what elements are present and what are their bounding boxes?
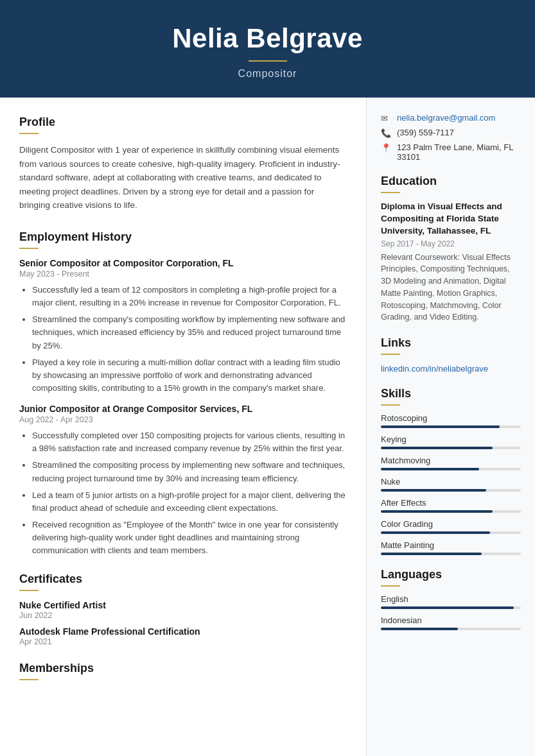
header-title: Compositor [13, 68, 522, 80]
skill-item: Nuke [381, 477, 521, 492]
skill-bar-fill [381, 425, 500, 428]
links-section: Links linkedin.com/in/neliabelgrave [381, 336, 521, 374]
cert-2-date: Apr 2021 [19, 637, 347, 646]
education-section: Education Diploma in Visual Effects and … [381, 175, 521, 323]
cert-1-date: Jun 2022 [19, 611, 347, 620]
phone-icon: 📞 [381, 128, 392, 138]
certificates-section: Certificates Nuke Certified Artist Jun 2… [19, 572, 347, 646]
skill-label: Matte Painting [381, 540, 521, 550]
skill-bar-fill [381, 531, 490, 534]
skill-bar-bg [381, 531, 521, 534]
contact-section: ✉ nelia.belgrave@gmail.com 📞 (359) 559-7… [381, 113, 521, 162]
skill-item: Rotoscoping [381, 413, 521, 428]
skill-label: Keying [381, 434, 521, 444]
skill-bar-bg [381, 425, 521, 428]
education-dates: Sep 2017 - May 2022 [381, 239, 521, 248]
cert-1-name: Nuke Certified Artist [19, 600, 347, 610]
job-1-dates: May 2023 - Present [19, 270, 347, 279]
header-divider [249, 60, 287, 62]
education-title: Education [381, 175, 521, 188]
linkedin-link[interactable]: linkedin.com/in/neliabelgrave [381, 364, 488, 374]
address-text: 123 Palm Tree Lane, Miami, FL 33101 [397, 142, 521, 162]
contact-phone: 📞 (359) 559-7117 [381, 128, 521, 138]
cert-2-name: Autodesk Flame Professional Certificatio… [19, 626, 347, 637]
job-2: Junior Compositor at Orange Compositor S… [19, 404, 347, 557]
languages-divider [381, 585, 400, 587]
left-column: Profile Diligent Compositor with 1 year … [0, 98, 367, 756]
skill-bar-bg [381, 489, 521, 492]
cert-1: Nuke Certified Artist Jun 2022 [19, 600, 347, 620]
education-divider [381, 192, 400, 193]
profile-section: Profile Diligent Compositor with 1 year … [19, 116, 347, 212]
skill-label: Rotoscoping [381, 413, 521, 423]
contact-email: ✉ nelia.belgrave@gmail.com [381, 113, 521, 123]
skills-list: Rotoscoping Keying Matchmoving Nuke Afte… [381, 413, 521, 555]
language-label: English [381, 594, 521, 604]
email-link[interactable]: nelia.belgrave@gmail.com [397, 113, 495, 123]
certificates-divider [19, 590, 39, 591]
skill-label: After Effects [381, 498, 521, 508]
links-title: Links [381, 336, 521, 350]
header-name: Nelia Belgrave [13, 23, 522, 54]
languages-section: Languages English Indonesian [381, 568, 521, 630]
email-icon: ✉ [381, 114, 392, 123]
language-item: Indonesian [381, 615, 521, 630]
skill-bar-bg [381, 553, 521, 555]
links-divider [381, 354, 400, 355]
language-item: English [381, 594, 521, 609]
skill-bar-bg [381, 447, 521, 449]
phone-text: (359) 559-7117 [397, 128, 454, 137]
education-description: Relevant Coursework: Visual Effects Prin… [381, 252, 521, 324]
job-1-bullet-1: Successfully led a team of 12 compositor… [32, 284, 347, 309]
skill-bar-fill [381, 447, 493, 449]
job-1-bullets: Successfully led a team of 12 compositor… [19, 284, 347, 395]
language-bar-bg [381, 606, 521, 609]
skill-item: Matchmoving [381, 456, 521, 470]
job-2-bullets: Successfully completed over 150 composit… [19, 429, 347, 557]
job-2-title: Junior Compositor at Orange Compositor S… [19, 404, 347, 414]
header: Nelia Belgrave Compositor [0, 0, 535, 98]
employment-divider [19, 248, 39, 249]
skill-bar-fill [381, 468, 479, 470]
job-1-bullet-2: Streamlined the company's compositing wo… [32, 313, 347, 352]
skill-bar-bg [381, 510, 521, 513]
skill-item: After Effects [381, 498, 521, 513]
job-2-dates: Aug 2022 - Apr 2023 [19, 415, 347, 424]
resume-wrapper: Nelia Belgrave Compositor Profile Dilige… [0, 0, 535, 756]
profile-title: Profile [19, 116, 347, 129]
skill-item: Keying [381, 434, 521, 449]
job-1-title: Senior Compositor at Compositor Corporat… [19, 258, 347, 268]
skill-label: Color Grading [381, 519, 521, 529]
skills-section: Skills Rotoscoping Keying Matchmoving Nu… [381, 387, 521, 555]
profile-divider [19, 133, 39, 134]
skill-bar-fill [381, 489, 486, 492]
job-2-bullet-3: Led a team of 5 junior artists on a high… [32, 489, 347, 515]
job-1: Senior Compositor at Compositor Corporat… [19, 258, 347, 395]
language-bar-fill [381, 606, 514, 609]
cert-2: Autodesk Flame Professional Certificatio… [19, 626, 347, 646]
memberships-divider [19, 679, 39, 680]
job-2-bullet-4: Received recognition as "Employee of the… [32, 519, 347, 557]
skill-bar-fill [381, 510, 493, 513]
skill-bar-bg [381, 468, 521, 470]
employment-section: Employment History Senior Compositor at … [19, 230, 347, 557]
memberships-section: Memberships [19, 662, 347, 680]
employment-title: Employment History [19, 230, 347, 244]
right-column: ✉ nelia.belgrave@gmail.com 📞 (359) 559-7… [367, 98, 535, 756]
job-2-bullet-1: Successfully completed over 150 composit… [32, 429, 347, 455]
skill-item: Color Grading [381, 519, 521, 534]
job-1-bullet-3: Played a key role in securing a multi-mi… [32, 356, 347, 395]
skills-title: Skills [381, 387, 521, 400]
skill-item: Matte Painting [381, 540, 521, 555]
skill-bar-fill [381, 553, 482, 555]
location-icon: 📍 [381, 143, 392, 153]
profile-text: Diligent Compositor with 1 year of exper… [19, 143, 347, 212]
languages-list: English Indonesian [381, 594, 521, 630]
contact-address: 📍 123 Palm Tree Lane, Miami, FL 33101 [381, 142, 521, 162]
memberships-title: Memberships [19, 662, 347, 675]
skill-label: Matchmoving [381, 456, 521, 465]
skills-divider [381, 404, 400, 406]
body-layout: Profile Diligent Compositor with 1 year … [0, 98, 535, 756]
education-degree: Diploma in Visual Effects and Compositin… [381, 201, 521, 237]
languages-title: Languages [381, 568, 521, 581]
